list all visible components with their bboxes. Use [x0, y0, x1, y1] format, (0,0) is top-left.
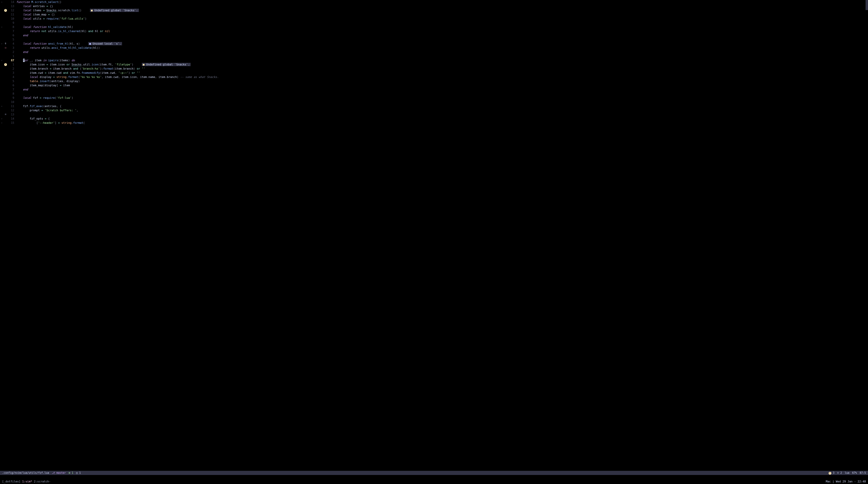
code-content[interactable]: function M.scratch_select() — [16, 0, 868, 4]
code-line[interactable]: ⌄8 local function hl_validate(hl) — [0, 25, 868, 29]
fold-marker — [0, 12, 3, 17]
code-content[interactable]: local items = Snacks.scratch.list() ■ Un… — [16, 8, 868, 12]
line-number: 6 — [8, 83, 16, 88]
code-content[interactable]: return not utils.is_hl_cleared(hl) and h… — [16, 29, 868, 33]
code-content[interactable]: for _, item in ipairs(items) do — [16, 58, 868, 62]
cursor-pos: 87:5 — [860, 471, 866, 475]
code-line[interactable]: ⌄87 for _, item in ipairs(items) do — [0, 58, 868, 62]
cmdline[interactable] — [0, 475, 868, 479]
line-number: 1 — [8, 62, 16, 67]
tmux-date: Wed 29 Jan — [836, 480, 852, 484]
tmux-window[interactable]: 2:scratch- — [34, 480, 51, 484]
fold-marker[interactable]: ⌄ — [0, 25, 3, 29]
code-content[interactable]: item_map[display] = item — [16, 83, 868, 88]
fold-marker — [0, 83, 3, 88]
code-content[interactable]: end — [16, 33, 868, 37]
code-content[interactable]: end — [16, 50, 868, 54]
fold-marker — [0, 113, 3, 117]
code-line[interactable]: !1 item.icon = item.icon or Snacks.util.… — [0, 62, 868, 67]
code-line[interactable]: 10 local utils = require('fzf-lua.utils'… — [0, 17, 868, 21]
code-line[interactable]: 7 return not utils.is_hl_cleared(hl) and… — [0, 29, 868, 33]
code-line[interactable]: 5 — [0, 37, 868, 42]
code-content[interactable]: local display = string.format('%s %s %s … — [16, 75, 868, 79]
code-content[interactable]: local utils = require('fzf-lua.utils') — [16, 17, 868, 21]
code-line[interactable]: 2 item.branch = item.branch and ('branch… — [0, 67, 868, 71]
gutter: ⌄8 — [0, 25, 16, 29]
code-content[interactable]: fzf_opts = { — [16, 117, 868, 121]
fold-marker — [0, 8, 3, 12]
code-content[interactable]: fzf.fzf_exec(entries, { — [16, 104, 868, 108]
gutter: 12 — [0, 108, 16, 113]
tmux-sep: | — [832, 480, 834, 484]
code-line[interactable]: 12 prompt = 'Scratch buffers: ', — [0, 108, 868, 113]
code-line[interactable]: ⊞13 — [0, 113, 868, 117]
fold-marker — [0, 67, 3, 71]
diagnostic-inline: ■ Undefined global `Snacks`. — [142, 63, 191, 66]
sign-column — [3, 96, 8, 100]
code-line[interactable]: 8 — [0, 92, 868, 96]
scrollbar[interactable] — [866, 0, 868, 10]
gutter: ⌄14 — [0, 117, 16, 121]
code-line[interactable]: 3 item.cwd = item.cwd and vim.fn.fnamemo… — [0, 71, 868, 75]
sign-column — [3, 12, 8, 17]
code-area[interactable]: ⌄14function M.scratch_select()13 local e… — [0, 0, 868, 471]
code-content[interactable]: local entries = {} — [16, 4, 868, 8]
tmux-window-active[interactable]: 1:vim* — [22, 480, 32, 484]
fold-marker — [0, 46, 3, 50]
code-line[interactable]: ⌄11 fzf.fzf_exec(entries, { — [0, 104, 868, 108]
code-content[interactable]: table.insert(entries, display) — [16, 79, 868, 83]
code-content[interactable]: ['--header'] = string.format( — [16, 121, 868, 125]
fold-marker[interactable]: ⌄ — [0, 42, 3, 46]
code-content[interactable]: end — [16, 88, 868, 92]
code-line[interactable]: 6 end — [0, 33, 868, 37]
sign-column — [3, 37, 8, 42]
code-line[interactable]: 13 local entries = {} — [0, 4, 868, 8]
code-content[interactable]: local fzf = require('fzf-lua') — [16, 96, 868, 100]
code-content[interactable]: return utils.ansi_from_hl(hl_validate(hl… — [16, 46, 868, 50]
code-content[interactable]: local function ansi_from_hl(hl, s) ■ Unu… — [16, 42, 868, 46]
fold-marker[interactable]: ⌄ — [0, 104, 3, 108]
sign-column — [3, 92, 8, 96]
code-line[interactable]: !12 local items = Snacks.scratch.list() … — [0, 8, 868, 12]
line-number: 3 — [8, 46, 16, 50]
code-content[interactable]: item.branch = item.branch and ('branch:%… — [16, 67, 868, 71]
line-number: 10 — [8, 100, 16, 104]
code-line[interactable]: ⌄14function M.scratch_select() — [0, 0, 868, 4]
tmux-time: 22:48 — [858, 480, 866, 484]
code-content[interactable]: local function hl_validate(hl) — [16, 25, 868, 29]
code-line[interactable]: ⌄14 fzf_opts = { — [0, 117, 868, 121]
code-content[interactable]: prompt = 'Scratch buffers: ', — [16, 108, 868, 113]
fold-marker — [0, 50, 3, 54]
code-content[interactable]: local item_map = {} — [16, 12, 868, 17]
fold-marker[interactable]: ⌄ — [0, 0, 3, 4]
sign-column — [3, 75, 8, 79]
fold-marker[interactable]: ⌄ — [0, 117, 3, 121]
line-number: 9 — [8, 96, 16, 100]
code-line[interactable]: 6 item_map[display] = item — [0, 83, 868, 88]
code-line[interactable]: 9 local fzf = require('fzf-lua') — [0, 96, 868, 100]
code-line[interactable]: 4 local display = string.format('%s %s %… — [0, 75, 868, 79]
code-line[interactable]: 9 — [0, 21, 868, 25]
code-line[interactable]: 5 table.insert(entries, display) — [0, 79, 868, 83]
code-line[interactable]: 11 local item_map = {} — [0, 12, 868, 17]
code-line[interactable]: 10 — [0, 100, 868, 104]
line-number: 1 — [8, 54, 16, 58]
line-number: 8 — [8, 92, 16, 96]
code-line[interactable]: ⌄♀4 local function ansi_from_hl(hl, s) ■… — [0, 42, 868, 46]
code-content[interactable]: item.cwd = item.cwd and vim.fn.fnamemodi… — [16, 71, 868, 75]
fold-marker[interactable]: ⌄ — [0, 121, 3, 125]
line-number: 14 — [8, 117, 16, 121]
code-line[interactable]: ⌄15 ['--header'] = string.format( — [0, 121, 868, 125]
code-line[interactable]: ◻3 return utils.ansi_from_hl(hl_validate… — [0, 46, 868, 50]
diag-warn-count: ! 3 — [829, 471, 835, 475]
sign-column — [3, 0, 8, 4]
code-line[interactable]: 1 — [0, 54, 868, 58]
fold-marker — [0, 37, 3, 42]
sign-column — [3, 108, 8, 113]
fold-marker — [0, 79, 3, 83]
fold-marker[interactable]: ⌄ — [0, 58, 3, 62]
code-line[interactable]: 2 end — [0, 50, 868, 54]
code-line[interactable]: 7 end — [0, 88, 868, 92]
code-content[interactable]: item.icon = item.icon or Snacks.util.ico… — [16, 62, 868, 67]
gutter: 2 — [0, 50, 16, 54]
